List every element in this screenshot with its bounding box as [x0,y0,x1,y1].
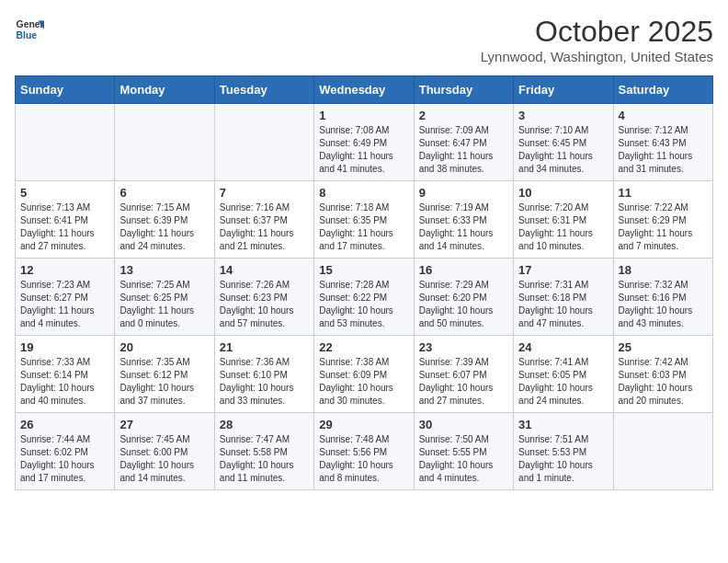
col-sunday: Sunday [16,76,115,104]
day-number: 29 [319,418,408,431]
day-info: Sunrise: 7:16 AM Sunset: 6:37 PM Dayligh… [220,201,309,253]
day-number: 8 [319,186,408,200]
day-info: Sunrise: 7:45 AM Sunset: 6:00 PM Dayligh… [119,433,209,485]
calendar-week-3: 12Sunrise: 7:23 AM Sunset: 6:27 PM Dayli… [16,259,713,336]
day-number: 21 [220,340,309,354]
calendar-cell: 31Sunrise: 7:51 AM Sunset: 5:53 PM Dayli… [514,413,613,490]
day-number: 20 [119,340,209,354]
day-number: 14 [220,263,309,277]
calendar-cell: 22Sunrise: 7:38 AM Sunset: 6:09 PM Dayli… [314,336,414,413]
day-number: 6 [119,186,209,200]
calendar-cell: 8Sunrise: 7:18 AM Sunset: 6:35 PM Daylig… [314,181,414,259]
calendar-cell: 25Sunrise: 7:42 AM Sunset: 6:03 PM Dayli… [613,336,712,413]
calendar-cell: 15Sunrise: 7:28 AM Sunset: 6:22 PM Dayli… [314,259,414,336]
day-number: 2 [419,109,508,122]
day-info: Sunrise: 7:20 AM Sunset: 6:31 PM Dayligh… [518,201,608,253]
calendar-cell: 20Sunrise: 7:35 AM Sunset: 6:12 PM Dayli… [115,336,214,413]
day-number: 4 [619,109,708,122]
day-number: 12 [20,263,109,277]
calendar-cell: 19Sunrise: 7:33 AM Sunset: 6:14 PM Dayli… [16,336,115,413]
day-info: Sunrise: 7:13 AM Sunset: 6:41 PM Dayligh… [20,201,109,253]
calendar-title: October 2025 [481,15,713,49]
calendar-cell: 12Sunrise: 7:23 AM Sunset: 6:27 PM Dayli… [16,259,115,336]
day-info: Sunrise: 7:26 AM Sunset: 6:23 PM Dayligh… [220,279,309,330]
calendar-week-4: 19Sunrise: 7:33 AM Sunset: 6:14 PM Dayli… [16,336,713,413]
day-info: Sunrise: 7:38 AM Sunset: 6:09 PM Dayligh… [319,356,408,408]
col-wednesday: Wednesday [314,76,414,104]
day-number: 17 [518,263,608,277]
day-number: 22 [319,340,408,354]
day-info: Sunrise: 7:12 AM Sunset: 6:43 PM Dayligh… [619,124,708,176]
day-info: Sunrise: 7:28 AM Sunset: 6:22 PM Dayligh… [319,279,408,330]
day-info: Sunrise: 7:47 AM Sunset: 5:58 PM Dayligh… [220,433,309,485]
day-number: 28 [220,418,309,431]
day-number: 25 [619,340,708,354]
calendar-cell: 1Sunrise: 7:08 AM Sunset: 6:49 PM Daylig… [314,104,414,181]
calendar-cell: 2Sunrise: 7:09 AM Sunset: 6:47 PM Daylig… [414,104,513,181]
calendar-cell: 26Sunrise: 7:44 AM Sunset: 6:02 PM Dayli… [16,413,115,490]
day-info: Sunrise: 7:50 AM Sunset: 5:55 PM Dayligh… [419,433,508,485]
calendar-cell: 14Sunrise: 7:26 AM Sunset: 6:23 PM Dayli… [214,259,313,336]
day-info: Sunrise: 7:22 AM Sunset: 6:29 PM Dayligh… [619,201,708,253]
calendar-cell: 24Sunrise: 7:41 AM Sunset: 6:05 PM Dayli… [514,336,613,413]
day-number: 15 [319,263,408,277]
day-info: Sunrise: 7:44 AM Sunset: 6:02 PM Dayligh… [20,433,109,485]
calendar-cell: 6Sunrise: 7:15 AM Sunset: 6:39 PM Daylig… [115,181,214,259]
day-info: Sunrise: 7:35 AM Sunset: 6:12 PM Dayligh… [119,356,209,408]
col-friday: Friday [514,76,613,104]
day-number: 31 [518,418,608,431]
day-number: 11 [619,186,708,200]
day-number: 9 [419,186,508,200]
calendar-cell: 3Sunrise: 7:10 AM Sunset: 6:45 PM Daylig… [514,104,613,181]
day-number: 23 [419,340,508,354]
calendar-cell: 27Sunrise: 7:45 AM Sunset: 6:00 PM Dayli… [115,413,214,490]
day-number: 27 [119,418,209,431]
day-number: 3 [518,109,608,122]
day-number: 26 [20,418,109,431]
day-info: Sunrise: 7:29 AM Sunset: 6:20 PM Dayligh… [419,279,508,330]
col-saturday: Saturday [613,76,712,104]
day-info: Sunrise: 7:08 AM Sunset: 6:49 PM Dayligh… [319,124,408,176]
calendar-week-2: 5Sunrise: 7:13 AM Sunset: 6:41 PM Daylig… [16,181,713,259]
title-block: October 2025 Lynnwood, Washington, Unite… [481,15,713,64]
day-number: 5 [20,186,109,200]
day-info: Sunrise: 7:10 AM Sunset: 6:45 PM Dayligh… [518,124,608,176]
calendar-cell: 5Sunrise: 7:13 AM Sunset: 6:41 PM Daylig… [16,181,115,259]
calendar-week-1: 1Sunrise: 7:08 AM Sunset: 6:49 PM Daylig… [16,104,713,181]
svg-text:Blue: Blue [17,30,38,40]
day-number: 7 [220,186,309,200]
day-info: Sunrise: 7:15 AM Sunset: 6:39 PM Dayligh… [119,201,209,253]
calendar-cell: 29Sunrise: 7:48 AM Sunset: 5:56 PM Dayli… [314,413,414,490]
logo: General Blue [15,15,44,44]
calendar-cell [214,104,313,181]
day-info: Sunrise: 7:32 AM Sunset: 6:16 PM Dayligh… [619,279,708,330]
day-number: 19 [20,340,109,354]
day-number: 1 [319,109,408,122]
calendar-cell: 30Sunrise: 7:50 AM Sunset: 5:55 PM Dayli… [414,413,513,490]
calendar-table: Sunday Monday Tuesday Wednesday Thursday… [15,75,713,490]
day-info: Sunrise: 7:48 AM Sunset: 5:56 PM Dayligh… [319,433,408,485]
calendar-cell: 9Sunrise: 7:19 AM Sunset: 6:33 PM Daylig… [414,181,513,259]
calendar-cell: 16Sunrise: 7:29 AM Sunset: 6:20 PM Dayli… [414,259,513,336]
col-thursday: Thursday [414,76,513,104]
day-number: 18 [619,263,708,277]
day-info: Sunrise: 7:09 AM Sunset: 6:47 PM Dayligh… [419,124,508,176]
col-monday: Monday [115,76,214,104]
calendar-cell: 13Sunrise: 7:25 AM Sunset: 6:25 PM Dayli… [115,259,214,336]
col-tuesday: Tuesday [214,76,313,104]
calendar-subtitle: Lynnwood, Washington, United States [481,49,713,64]
calendar-cell: 17Sunrise: 7:31 AM Sunset: 6:18 PM Dayli… [514,259,613,336]
calendar-cell: 28Sunrise: 7:47 AM Sunset: 5:58 PM Dayli… [214,413,313,490]
day-number: 13 [119,263,209,277]
day-number: 24 [518,340,608,354]
calendar-cell: 4Sunrise: 7:12 AM Sunset: 6:43 PM Daylig… [613,104,712,181]
day-info: Sunrise: 7:42 AM Sunset: 6:03 PM Dayligh… [619,356,708,408]
day-info: Sunrise: 7:23 AM Sunset: 6:27 PM Dayligh… [20,279,109,330]
calendar-cell: 23Sunrise: 7:39 AM Sunset: 6:07 PM Dayli… [414,336,513,413]
day-number: 10 [518,186,608,200]
day-number: 30 [419,418,508,431]
calendar-cell [613,413,712,490]
header-row: Sunday Monday Tuesday Wednesday Thursday… [16,76,713,104]
calendar-week-5: 26Sunrise: 7:44 AM Sunset: 6:02 PM Dayli… [16,413,713,490]
calendar-cell: 10Sunrise: 7:20 AM Sunset: 6:31 PM Dayli… [514,181,613,259]
